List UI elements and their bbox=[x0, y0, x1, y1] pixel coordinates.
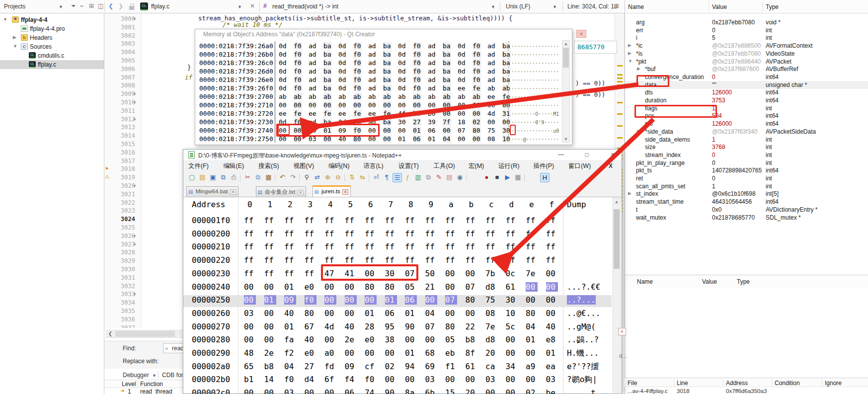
menu-item[interactable]: ? bbox=[604, 162, 607, 169]
projects-caret-icon[interactable]: ▼ bbox=[59, 4, 63, 9]
column-separator[interactable] bbox=[674, 379, 674, 387]
indent-guide-icon[interactable]: ☰ bbox=[393, 173, 402, 182]
watch-row-err[interactable]: err0int bbox=[625, 26, 868, 34]
zoom-out-icon[interactable]: ⊖ bbox=[333, 173, 343, 182]
watch-row-*is[interactable]: ▶*is@0x2187ebb7080VideoState bbox=[625, 50, 868, 58]
menu-item[interactable]: 插件(P) bbox=[534, 162, 554, 170]
watch-row-pkt_ts[interactable]: pkt_ts140728898420765int64 bbox=[625, 166, 868, 174]
breakpoint-marker-icon[interactable]: ➤ bbox=[105, 165, 109, 171]
watch-row-dts[interactable]: dts126000int64 bbox=[625, 88, 868, 96]
macro-play-icon[interactable]: ▶ bbox=[503, 173, 512, 182]
scrollbar-thumb[interactable] bbox=[115, 331, 175, 337]
watch-row-pos[interactable]: pos564int64 bbox=[625, 112, 868, 120]
menu-item[interactable]: 编码(N) bbox=[328, 162, 349, 170]
minimize-button[interactable]: — bbox=[553, 151, 568, 159]
tree-expander-icon[interactable]: ▼ bbox=[13, 44, 17, 49]
expander-icon[interactable]: ▶ bbox=[628, 43, 631, 48]
menu-item[interactable]: 编辑(E) bbox=[224, 162, 244, 170]
macro-stop-icon[interactable]: ■ bbox=[492, 173, 502, 182]
stack-col-level[interactable]: Level bbox=[122, 381, 136, 388]
stack-col-function[interactable]: Function bbox=[140, 381, 163, 388]
watch-row-*buf[interactable]: ▶*buf@0x2187f687600AVBufferRef bbox=[625, 65, 868, 73]
symbol-selector[interactable]: read_thread(void *) -> int bbox=[272, 3, 338, 10]
menu-item[interactable]: 运行(R) bbox=[498, 162, 519, 170]
bp-col-ignore[interactable]: Ignore bbox=[825, 380, 842, 387]
line-ending-selector[interactable]: Unix (LF) bbox=[506, 3, 530, 10]
tree-expander-icon[interactable]: ▼ bbox=[3, 17, 7, 22]
find-icon[interactable]: ⚲ bbox=[302, 173, 312, 182]
column-separator[interactable] bbox=[772, 379, 772, 387]
hex-row-00000220[interactable]: 00000220ffffffffffffffffffffffffffffffff bbox=[183, 255, 612, 267]
watch-row-convergence_duration[interactable]: convergence_duration0int64 bbox=[625, 73, 868, 81]
debugger-caret-icon[interactable]: ▼ bbox=[152, 373, 157, 378]
maximize-button[interactable]: □ bbox=[579, 151, 594, 159]
column-separator[interactable] bbox=[762, 1, 763, 12]
editor-hscrollbar[interactable]: ❮ bbox=[106, 330, 190, 338]
back-icon[interactable]: ❮ bbox=[108, 2, 113, 9]
watch-row-ret[interactable]: ret0int bbox=[625, 174, 868, 182]
filter-icon[interactable]: ⏷ bbox=[71, 2, 76, 9]
scroll-up-icon[interactable]: ▲ bbox=[562, 41, 569, 46]
fold-marker-icon[interactable]: ▼ bbox=[133, 234, 137, 238]
expander-icon[interactable]: ▶ bbox=[628, 51, 631, 56]
hex-row-00000260[interactable]: 0000026003004080000001060104000008108000… bbox=[183, 309, 612, 320]
fold-marker-icon[interactable]: ▼ bbox=[133, 117, 137, 122]
sidebar-item-Headers[interactable]: ▶hHeaders bbox=[0, 33, 104, 42]
forward-icon[interactable]: ❯ bbox=[118, 2, 123, 9]
hex-editor-icon[interactable]: H bbox=[540, 173, 550, 182]
print-icon[interactable]: ⎙ bbox=[229, 173, 238, 182]
bp-col-line[interactable]: Line bbox=[677, 380, 688, 387]
menu-item[interactable]: 窗口(W) bbox=[568, 162, 591, 170]
breakpoint-row[interactable]: ...av-4-4\ffplay.c 3018 0x7ff6d6a350a3 bbox=[625, 387, 868, 394]
doc-switcher-icon[interactable]: ⧉ bbox=[424, 173, 433, 182]
menu-item[interactable]: 设置(T) bbox=[398, 162, 419, 170]
watch-row-*ic[interactable]: ▶*ic@0x2187e886500AVFormatContext bbox=[625, 42, 868, 50]
redo-icon[interactable]: ↷ bbox=[288, 173, 298, 182]
tab-juren.ts[interactable]: ▤juren.ts✕ bbox=[313, 185, 351, 197]
show-all-chars-icon[interactable]: ¶ bbox=[382, 173, 392, 182]
menu-item[interactable]: 搜索(S) bbox=[258, 162, 279, 170]
watch-col-type[interactable]: Type bbox=[766, 3, 779, 10]
notepad-titlebar[interactable]: D:\0-博客\0-FFmpeg原理\base-knowledge\mux-mp… bbox=[183, 150, 622, 160]
hex-row-00000270[interactable]: 00000270000001674d402895900780227e5c0440… bbox=[183, 322, 612, 334]
zoom-in-icon[interactable]: ⊕ bbox=[323, 173, 332, 182]
watch-row-i[interactable]: i5int bbox=[625, 34, 868, 42]
close-document-icon[interactable]: ✕ bbox=[250, 2, 255, 9]
scroll-down-icon[interactable]: ▼ bbox=[562, 137, 569, 142]
symbol-caret-icon[interactable]: ▼ bbox=[491, 4, 495, 9]
bp-col-address[interactable]: Address bbox=[726, 380, 748, 387]
encoding-caret-icon[interactable]: ▼ bbox=[552, 4, 557, 9]
menu-item[interactable]: 工具(O) bbox=[434, 162, 455, 170]
watch-row-*pkt[interactable]: ▼*pkt@0x2187e886440AVPacket bbox=[625, 58, 868, 66]
replace-icon[interactable]: ⇄ bbox=[313, 173, 322, 182]
menu-item[interactable]: 宏(M) bbox=[469, 162, 484, 170]
sidebar-item-ffplay-4-4[interactable]: ▼ffplay-4-4 bbox=[0, 15, 104, 24]
watch-row-flags[interactable]: flags1int bbox=[625, 104, 868, 112]
link-icon[interactable]: ⌁ bbox=[80, 2, 83, 9]
save-all-icon[interactable]: ⧉ bbox=[219, 173, 228, 182]
column-separator[interactable] bbox=[723, 379, 723, 387]
findbar-close-button[interactable]: X bbox=[609, 162, 613, 169]
expander-icon[interactable]: ▶ bbox=[637, 129, 640, 134]
tab-close-icon[interactable]: ✕ bbox=[230, 189, 237, 195]
watch-col-name[interactable]: Name bbox=[628, 3, 644, 10]
watch-row-scan_all_pmts_set[interactable]: scan_all_pmts_set1int bbox=[625, 182, 868, 190]
sidebar-item-ffplay-4-4.pro[interactable]: ffplay-4-4.pro bbox=[0, 24, 104, 33]
hex-row-00000200[interactable]: 00000200ffffffffffffffffffffffffffffffff bbox=[183, 229, 612, 241]
function-list-icon[interactable]: ƒ bbox=[403, 173, 412, 182]
sidebar-item-ffplay.c[interactable]: CLffplay.c bbox=[0, 60, 104, 69]
scrollbar-thumb[interactable] bbox=[614, 209, 620, 269]
watch-row-arg[interactable]: arg0x2187ebb7080void * bbox=[625, 18, 868, 26]
watch-row-t[interactable]: t0x0AVDictionaryEntry * bbox=[625, 206, 868, 214]
fold-marker-icon[interactable]: ▼ bbox=[133, 100, 137, 105]
fold-marker-icon[interactable]: ▼ bbox=[133, 292, 137, 297]
new-file-icon[interactable]: ▢ bbox=[187, 173, 197, 182]
close-sidebar-icon[interactable]: ◫ bbox=[98, 2, 103, 9]
hex-row-000001f0[interactable]: 000001f0ffffffffffffffffffffffffffffffff bbox=[183, 216, 612, 228]
expander-icon[interactable]: ▼ bbox=[628, 59, 632, 64]
edit-marker-icon[interactable]: ✎ bbox=[434, 173, 444, 182]
scroll-left-icon[interactable]: ❮ bbox=[106, 330, 114, 337]
cut-icon[interactable]: ✂ bbox=[243, 173, 252, 182]
hex-row-00000210[interactable]: 00000210ffffffffffffffffffffffffffffffff bbox=[183, 242, 612, 254]
fold-marker-icon[interactable]: ▼ bbox=[133, 17, 137, 21]
